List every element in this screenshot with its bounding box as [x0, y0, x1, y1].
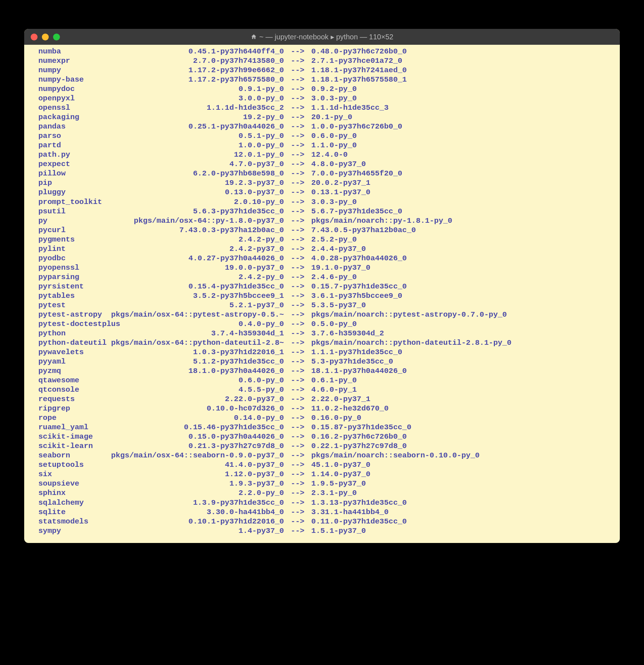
arrow-icon: -->	[284, 66, 312, 75]
package-name: py	[29, 216, 111, 226]
package-row: numpy1.17.2-py37h99e6662_0 --> 1.18.1-py…	[29, 66, 615, 75]
package-row: pyzmq18.1.0-py37h0a44026_0 --> 18.1.1-py…	[29, 366, 615, 376]
arrow-icon: -->	[284, 498, 312, 508]
package-name: scikit-learn	[29, 442, 111, 451]
package-name: sqlalchemy	[29, 498, 111, 508]
package-name: pyrsistent	[29, 282, 111, 291]
arrow-icon: -->	[284, 451, 312, 460]
package-to-version: pkgs/main/noarch::seaborn-0.10.0-py_0	[311, 451, 479, 460]
package-row: numpydoc0.9.1-py_0 --> 0.9.2-py_0	[29, 84, 615, 94]
arrow-icon: -->	[284, 376, 312, 385]
package-from-version: 4.0.27-py37h0a44026_0	[111, 254, 284, 263]
package-name: requests	[29, 395, 111, 404]
window-title: ~ — jupyter-notebook ▸ python — 110×52	[29, 32, 615, 41]
package-from-version: pkgs/main/osx-64::py-1.8.0-py37_0	[111, 216, 284, 226]
package-row: sqlite3.30.0-ha441bb4_0 --> 3.31.1-ha441…	[29, 508, 615, 517]
package-from-version: 1.0.0-py_0	[111, 141, 284, 150]
package-name: pylint	[29, 244, 111, 254]
arrow-icon: -->	[284, 338, 312, 348]
package-from-version: pkgs/main/osx-64::pytest-astropy-0.5.~	[111, 310, 284, 320]
arrow-icon: -->	[284, 169, 312, 178]
package-to-version: 45.1.0-py37_0	[311, 460, 370, 470]
package-name: sympy	[29, 526, 111, 536]
package-to-version: 0.5.0-py_0	[311, 320, 357, 329]
titlebar: ~ — jupyter-notebook ▸ python — 110×52	[24, 29, 620, 45]
package-from-version: 2.4.2-py37_0	[111, 244, 284, 254]
package-row: pexpect4.7.0-py37_0 --> 4.8.0-py37_0	[29, 160, 615, 169]
package-row: rope0.14.0-py_0 --> 0.16.0-py_0	[29, 413, 615, 423]
terminal-window: ~ — jupyter-notebook ▸ python — 110×52 n…	[24, 29, 620, 543]
arrow-icon: -->	[284, 395, 312, 404]
package-row: six1.12.0-py37_0 --> 1.14.0-py37_0	[29, 470, 615, 479]
arrow-icon: -->	[284, 320, 312, 329]
package-row: scikit-image0.15.0-py37h0a44026_0 --> 0.…	[29, 432, 615, 442]
package-to-version: 0.6.0-py_0	[311, 131, 357, 141]
package-row: pycurl7.43.0.3-py37ha12b0ac_0 --> 7.43.0…	[29, 226, 615, 235]
package-name: numpy	[29, 66, 111, 75]
package-to-version: 2.5.2-py_0	[311, 235, 357, 244]
arrow-icon: -->	[284, 226, 312, 235]
package-from-version: 1.1.1d-h1de35cc_2	[111, 103, 284, 113]
package-row: pyyaml5.1.2-py37h1de35cc_0 --> 5.3-py37h…	[29, 357, 615, 366]
package-name: pytest-doctestplus	[29, 320, 111, 329]
package-name: packaging	[29, 113, 111, 122]
package-to-version: 1.1.1-py37h1de35cc_0	[311, 348, 402, 357]
package-name: pandas	[29, 122, 111, 131]
arrow-icon: -->	[284, 94, 312, 103]
package-name: soupsieve	[29, 479, 111, 488]
package-row: pytest-astropypkgs/main/osx-64::pytest-a…	[29, 310, 615, 320]
package-name: qtconsole	[29, 385, 111, 395]
arrow-icon: -->	[284, 216, 312, 226]
package-from-version: 0.6.0-py_0	[111, 376, 284, 385]
arrow-icon: -->	[284, 508, 312, 517]
package-name: openssl	[29, 103, 111, 113]
arrow-icon: -->	[284, 188, 312, 197]
package-row: openssl1.1.1d-h1de35cc_2 --> 1.1.1d-h1de…	[29, 103, 615, 113]
package-from-version: 1.3.9-py37h1de35cc_0	[111, 498, 284, 508]
package-to-version: 1.5.1-py37_0	[311, 526, 366, 536]
arrow-icon: -->	[284, 263, 312, 273]
close-button[interactable]	[31, 34, 38, 40]
arrow-icon: -->	[284, 75, 312, 84]
package-name: pyzmq	[29, 366, 111, 376]
zoom-button[interactable]	[53, 34, 60, 40]
package-to-version: 3.6.1-py37h5bccee9_0	[311, 291, 402, 301]
package-name: openpyxl	[29, 94, 111, 103]
arrow-icon: -->	[284, 282, 312, 291]
arrow-icon: -->	[284, 329, 312, 338]
package-to-version: pkgs/main/noarch::py-1.8.1-py_0	[311, 216, 452, 226]
package-to-version: 1.9.5-py37_0	[311, 479, 366, 488]
package-name: pygments	[29, 235, 111, 244]
package-row: sympy1.4-py37_0 --> 1.5.1-py37_0	[29, 526, 615, 536]
arrow-icon: -->	[284, 150, 312, 160]
package-from-version: 3.5.2-py37h5bccee9_1	[111, 291, 284, 301]
package-row: numba0.45.1-py37h6440ff4_0 --> 0.48.0-py…	[29, 47, 615, 56]
package-name: qtawesome	[29, 376, 111, 385]
minimize-button[interactable]	[42, 34, 49, 40]
package-to-version: 2.22.0-py37_1	[311, 395, 370, 404]
package-name: partd	[29, 141, 111, 150]
package-row: pygments2.4.2-py_0 --> 2.5.2-py_0	[29, 235, 615, 244]
package-name: setuptools	[29, 460, 111, 470]
arrow-icon: -->	[284, 470, 312, 479]
package-row: pylint2.4.2-py37_0 --> 2.4.4-py37_0	[29, 244, 615, 254]
package-from-version: 0.15.0-py37h0a44026_0	[111, 432, 284, 442]
package-from-version: 1.17.2-py37h99e6662_0	[111, 66, 284, 75]
terminal-body[interactable]: numba0.45.1-py37h6440ff4_0 --> 0.48.0-py…	[24, 45, 620, 543]
package-from-version: 1.4-py37_0	[111, 526, 284, 536]
arrow-icon: -->	[284, 301, 312, 310]
package-name: pytest	[29, 301, 111, 310]
package-to-version: 4.6.0-py_1	[311, 385, 357, 395]
package-from-version: 5.2.1-py37_0	[111, 301, 284, 310]
package-name: scikit-image	[29, 432, 111, 442]
package-row: pywavelets1.0.3-py37h1d22016_1 --> 1.1.1…	[29, 348, 615, 357]
package-to-version: 0.15.7-py37h1de35cc_0	[311, 282, 407, 291]
package-row: pyparsing2.4.2-py_0 --> 2.4.6-py_0	[29, 273, 615, 282]
package-name: pip	[29, 178, 111, 188]
package-name: numpy-base	[29, 75, 111, 84]
package-row: ripgrep0.10.0-hc07d326_0 --> 11.0.2-he32…	[29, 404, 615, 413]
package-row: path.py12.0.1-py_0 --> 12.4.0-0	[29, 150, 615, 160]
package-from-version: 0.45.1-py37h6440ff4_0	[111, 47, 284, 56]
arrow-icon: -->	[284, 526, 312, 536]
package-to-version: pkgs/main/noarch::python-dateutil-2.8.1-…	[311, 338, 512, 348]
